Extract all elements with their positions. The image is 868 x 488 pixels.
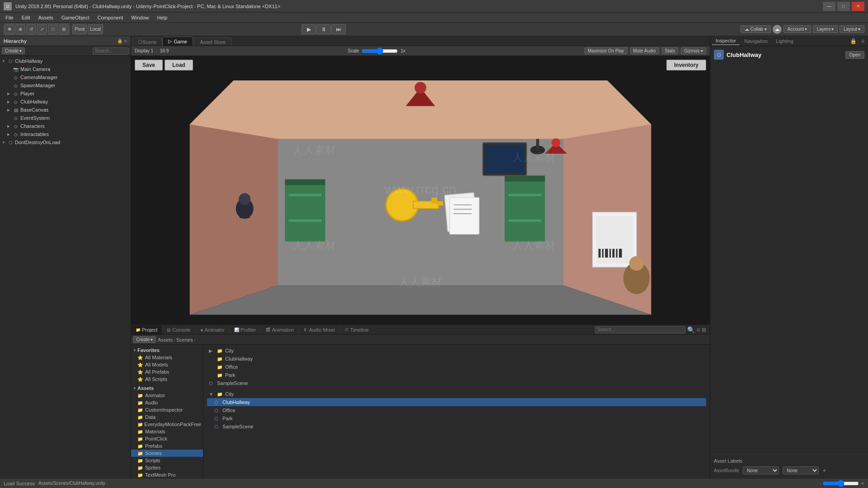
menu-file[interactable]: File	[2, 14, 17, 21]
sprites-item[interactable]: 📁 Sprites	[131, 464, 203, 471]
search-button[interactable]: 🔍	[687, 326, 695, 333]
file-office-scene[interactable]: ⬡ Office	[207, 406, 706, 414]
menu-gameobject[interactable]: GameObject	[58, 14, 93, 21]
tree-item-main-camera[interactable]: 📷 Main Camera	[0, 65, 131, 73]
file-samplescene[interactable]: ⬡ SampleScene	[207, 379, 706, 387]
assetlabel-add-button[interactable]: +	[822, 467, 826, 474]
favorites-header[interactable]: ▼ Favorites	[131, 347, 203, 354]
play-button[interactable]: ▶	[302, 24, 316, 34]
file-clubhallway-folder[interactable]: 📁 ClubHallway	[207, 355, 706, 363]
textmesh-item[interactable]: 📁 TextMesh Pro	[131, 471, 203, 478]
tree-item-spawn-manager[interactable]: ◇ SpawnManager	[0, 81, 131, 89]
hierarchy-tab[interactable]: Hierarchy	[4, 38, 27, 44]
menu-component[interactable]: Component	[94, 14, 127, 21]
load-button[interactable]: Load	[165, 60, 193, 70]
navigation-tab[interactable]: Navigation	[741, 38, 771, 45]
layout-button[interactable]: Layout ▾	[840, 25, 864, 33]
save-button[interactable]: Save	[135, 60, 163, 70]
maximize-button[interactable]: □	[837, 2, 850, 11]
close-button[interactable]: ✕	[852, 2, 864, 11]
lighting-tab[interactable]: Lighting	[772, 38, 797, 45]
step-button[interactable]: ⏭	[331, 24, 346, 34]
tab-animation[interactable]: 🎬 Animation	[261, 325, 299, 334]
file-office-folder[interactable]: 📁 Office	[207, 363, 706, 371]
all-models-item[interactable]: ⭐ All Models	[131, 361, 203, 368]
maximize-on-play[interactable]: Maximize On Play	[585, 47, 627, 54]
tab-timeline[interactable]: ⏱ Timeline	[340, 325, 373, 334]
open-button[interactable]: Open	[845, 51, 864, 59]
hierarchy-create-button[interactable]: Create ▾	[2, 47, 25, 54]
tab-profiler[interactable]: 📊 Profiler	[230, 325, 261, 334]
scenes-item[interactable]: 📁 Scenes	[131, 450, 203, 457]
assets-header[interactable]: ▼ Assets	[131, 385, 203, 392]
rotate-tool[interactable]: ↺	[26, 24, 36, 34]
audio-item[interactable]: 📁 Audio	[131, 399, 203, 406]
multi-tool[interactable]: ⊞	[59, 24, 69, 34]
tree-item-eventsystem[interactable]: ◇ EventSystem	[0, 114, 131, 122]
file-clubhallway-scene[interactable]: ⬡ ClubHallway	[207, 398, 706, 406]
tab-game[interactable]: ▷ Game	[162, 37, 193, 46]
tree-item-dontdestroy[interactable]: ▼ ⬡ DontDestroyOnLoad	[0, 138, 131, 146]
pause-button[interactable]: ⏸	[316, 24, 331, 34]
scale-tool[interactable]: ⤢	[37, 24, 47, 34]
file-park-scene[interactable]: ⬡ Park	[207, 414, 706, 422]
project-search-input[interactable]	[595, 326, 685, 333]
tab-console[interactable]: ▤ Console	[162, 325, 195, 334]
everydaymotion-item[interactable]: 📁 EverydayMotionPackFree	[131, 421, 203, 428]
file-city-folder[interactable]: ▶ 📁 City	[207, 347, 706, 355]
inventory-button[interactable]: Inventory	[666, 60, 706, 70]
tree-item-characters[interactable]: ▶ ◇ Characters	[0, 122, 131, 130]
tab-project[interactable]: 📁 Project	[131, 325, 162, 334]
pointclick-item[interactable]: 📁 PointClick	[131, 435, 203, 442]
scale-slider[interactable]	[362, 49, 398, 53]
window-controls[interactable]: — □ ✕	[823, 2, 864, 11]
view-button[interactable]: ⊞	[702, 327, 706, 333]
inspector-menu-button[interactable]: ≡	[859, 38, 866, 44]
account-button[interactable]: Account ▾	[783, 25, 811, 33]
inspector-tab[interactable]: Inspector	[712, 37, 740, 45]
minimize-button[interactable]: —	[823, 2, 835, 11]
hand-tool[interactable]: ✥	[5, 24, 14, 34]
gizmos-button[interactable]: Gizmos ▾	[681, 47, 706, 54]
rect-tool[interactable]: □	[48, 24, 58, 34]
sort-button[interactable]: ≡	[697, 327, 700, 333]
tree-item-interactables[interactable]: ▶ ◇ Interactables	[0, 130, 131, 138]
materials-item[interactable]: 📁 Materials	[131, 428, 203, 435]
custominspector-item[interactable]: 📁 CustomInspector	[131, 406, 203, 413]
stats-button[interactable]: Stats	[662, 47, 679, 54]
tree-item-basecanvas[interactable]: ▶ ▤ BaseCanvas	[0, 106, 131, 114]
hierarchy-search[interactable]	[93, 47, 129, 55]
tab-scene[interactable]: ⬡ Scene	[132, 38, 162, 46]
mute-audio[interactable]: Mute Audio	[630, 47, 659, 54]
tree-item-camera-manager[interactable]: ◇ CameraManager	[0, 73, 131, 81]
hierarchy-menu[interactable]: ≡	[124, 38, 127, 43]
inspector-lock-button[interactable]: 🔒	[848, 38, 859, 44]
all-scripts-item[interactable]: ⭐ All Scripts	[131, 375, 203, 383]
layers-button[interactable]: Layers ▾	[813, 25, 838, 33]
prefabs-item[interactable]: 📁 Prefabs	[131, 442, 203, 450]
tree-item-clubhallway-scene[interactable]: ▼ ⬡ ClubHallway	[0, 57, 131, 65]
menu-edit[interactable]: Edit	[18, 14, 34, 21]
assetvariant-select[interactable]: None	[783, 466, 819, 474]
hierarchy-lock[interactable]: 🔒	[117, 38, 123, 43]
file-park-folder[interactable]: 📁 Park	[207, 371, 706, 379]
tab-asset-store[interactable]: Asset Store	[194, 38, 231, 46]
data-item[interactable]: 📁 Data	[131, 413, 203, 421]
pivot-button[interactable]: Pivot	[72, 24, 87, 34]
zoom-slider[interactable]	[823, 482, 859, 485]
zoom-in-button[interactable]: +	[861, 480, 864, 487]
tab-animator[interactable]: ◈ Animator	[196, 325, 230, 334]
assetbundle-select[interactable]: None	[743, 466, 779, 474]
file-samplescene2[interactable]: ⬡ SampleScene	[207, 422, 706, 431]
tab-audio-mixer[interactable]: 🎚 Audio Mixer	[299, 325, 340, 334]
menu-help[interactable]: Help	[153, 14, 171, 21]
scripts-item[interactable]: 📁 Scripts	[131, 457, 203, 464]
breadcrumb-scenes[interactable]: Scenes	[176, 337, 193, 343]
all-materials-item[interactable]: ⭐ All Materials	[131, 354, 203, 361]
animator-item[interactable]: 📁 Animator	[131, 392, 203, 399]
tree-item-player[interactable]: ▶ ◇ Player	[0, 89, 131, 98]
move-tool[interactable]: ⊕	[15, 24, 25, 34]
breadcrumb-assets[interactable]: Assets	[158, 337, 173, 343]
menu-window[interactable]: Window	[127, 14, 152, 21]
file-city-expanded[interactable]: ▼ 📁 City	[207, 390, 706, 398]
